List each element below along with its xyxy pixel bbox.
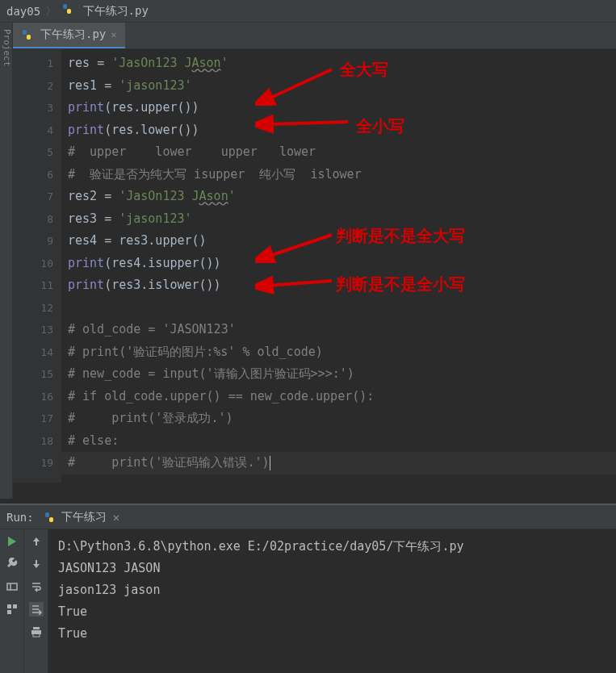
run-tab[interactable]: 下午练习 ✕ (44, 510, 119, 525)
code-line: # new_code = input('请输入图片验证码>>>:') (61, 363, 616, 386)
code-line: print(res4.isupper()) (61, 253, 616, 275)
svg-rect-14 (7, 604, 11, 608)
text-cursor (270, 456, 270, 470)
code-line: res2 = 'JasOn123 JAson' (61, 186, 616, 208)
editor-tab[interactable]: 下午练习.py ✕ (13, 23, 125, 48)
svg-rect-0 (63, 4, 67, 9)
svg-rect-9 (45, 512, 49, 517)
run-label: Run: (6, 511, 34, 524)
code-line: # upper lower upper lower (61, 141, 616, 164)
code-line: res1 = 'jason123' (61, 75, 616, 98)
python-file-icon (44, 512, 55, 523)
gutter: 1 2 3 4 5 6 7 8 9 10 11 12 13 14 15 16 1… (13, 49, 61, 483)
run-toolbar-secondary (24, 529, 48, 673)
svg-rect-15 (13, 604, 17, 608)
code-line: res4 = res3.upper() (61, 230, 616, 253)
run-toolbar-primary (0, 529, 24, 673)
code-line: # old_code = 'JASON123' (61, 319, 616, 341)
run-panel-header: Run: 下午练习 ✕ (0, 505, 616, 529)
print-icon[interactable] (29, 625, 44, 639)
run-panel: Run: 下午练习 ✕ (0, 504, 616, 673)
code-line: print(res3.islower()) (61, 274, 616, 297)
python-file-icon (61, 3, 73, 15)
svg-rect-3 (27, 35, 31, 40)
code-line: print(res.upper()) (61, 97, 616, 119)
code-line: # print('验证码的图片:%s' % old_code) (61, 341, 616, 364)
code-line: print(res.lower()) (61, 119, 616, 142)
code-line (61, 297, 616, 320)
svg-rect-1 (67, 9, 71, 14)
run-icon[interactable] (5, 534, 19, 549)
project-tool-sidebar[interactable]: Project (0, 23, 13, 499)
structure-icon[interactable] (5, 602, 19, 617)
code-line: # 验证是否为纯大写 isupper 纯小写 islower (61, 164, 616, 186)
tab-label: 下午练习.py (40, 27, 106, 42)
code-line: # else: (61, 430, 616, 453)
svg-rect-16 (7, 610, 11, 614)
breadcrumb-separator: 〉 (45, 4, 57, 19)
svg-marker-11 (8, 537, 16, 546)
svg-rect-10 (49, 517, 53, 522)
layout-icon[interactable] (5, 579, 19, 594)
code-line: # if old_code.upper() == new_code.upper(… (61, 386, 616, 408)
down-arrow-icon[interactable] (29, 557, 44, 571)
close-icon[interactable]: ✕ (113, 511, 119, 524)
code-line: # print('验证码输入错误.') (61, 452, 616, 474)
up-arrow-icon[interactable] (29, 534, 44, 549)
scroll-to-end-icon[interactable] (29, 602, 44, 617)
breadcrumb-file[interactable]: 下午练习.py (61, 3, 149, 19)
run-output[interactable]: D:\Python3.6.8\python.exe E:/02practice/… (48, 529, 616, 673)
breadcrumb-folder[interactable]: day05 (6, 5, 40, 18)
svg-rect-12 (7, 583, 17, 590)
svg-rect-17 (33, 627, 40, 629)
code-area[interactable]: res = 'JasOn123 JAson' res1 = 'jason123'… (61, 49, 616, 483)
svg-rect-2 (23, 30, 27, 35)
wrench-icon[interactable] (5, 557, 19, 571)
python-file-icon (21, 29, 32, 40)
code-line: # print('登录成功.') (61, 408, 616, 430)
breadcrumb: day05 〉 下午练习.py (0, 0, 616, 23)
editor-area[interactable]: 1 2 3 4 5 6 7 8 9 10 11 12 13 14 15 16 1… (13, 49, 616, 483)
wrap-icon[interactable] (29, 579, 44, 594)
editor-tab-bar: 下午练习.py ✕ (0, 23, 616, 49)
code-line: res = 'JasOn123 JAson' (61, 52, 616, 75)
close-icon[interactable]: ✕ (111, 29, 116, 40)
code-line: res3 = 'jason123' (61, 208, 616, 231)
